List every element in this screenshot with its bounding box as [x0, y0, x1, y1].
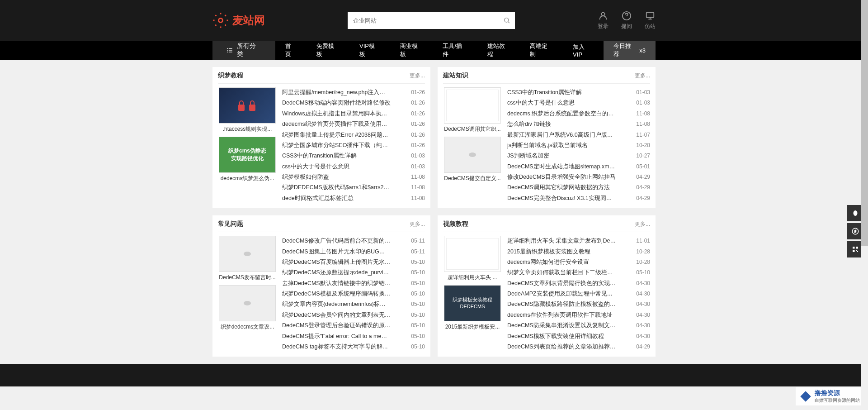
list-date: 11-07 — [636, 131, 650, 139]
nav-category[interactable]: 所有分类 — [212, 41, 275, 60]
list-title[interactable]: Windows虚拟主机指走目录禁用脚本执行权限方... — [282, 110, 391, 118]
list-title[interactable]: DedeCMS隐藏模板路径防止模板被盗的几个方法 — [507, 300, 616, 309]
nav-item[interactable]: 建站教程 — [477, 41, 520, 60]
list-date: 11-08 — [636, 120, 650, 129]
list-title[interactable]: 最新江湖家居门户系统V6.0高级门户版验证码错... — [507, 131, 616, 139]
list-date: 04-30 — [636, 332, 650, 341]
thumb-item[interactable]: 织梦dedecms文章设... — [218, 285, 277, 331]
list-title[interactable]: DedeCMS登录管理后台验证码错误的原因以及解... — [282, 321, 391, 330]
list-title[interactable]: dedecms在软件列表页调用软件下载地址 — [507, 311, 613, 319]
list-row: 怎么给div 加链接11-08 — [507, 119, 650, 129]
list-title[interactable]: 怎么给div 加链接 — [507, 120, 551, 129]
svg-line-2 — [508, 22, 509, 23]
list-date: 11-08 — [636, 110, 650, 118]
thumb-item[interactable]: DedeCMS调用其它织... — [443, 87, 502, 133]
question-button[interactable]: 提问 — [621, 11, 632, 30]
thumb-item[interactable]: .htaccess规则实现... — [218, 87, 277, 133]
list-title[interactable]: dedecms织梦首页分页插件下载及使用方法 — [282, 120, 391, 129]
svg-point-0 — [219, 19, 223, 23]
list-title[interactable]: DedeAMPZ安装使用及卸载过程中常见问题的解决... — [507, 290, 616, 298]
list-title[interactable]: DedeCMS定时生成站点地图sitemap.xml的教程 — [507, 162, 616, 171]
svg-rect-26 — [856, 250, 857, 251]
thumb-item[interactable]: 织梦cms伪静态 实现路径优化dedecms织梦怎么伪... — [218, 137, 277, 182]
search-button[interactable] — [498, 12, 515, 29]
list-title[interactable]: DedeCMS列表页给推荐的文章添加推荐特荐图标 — [507, 343, 616, 351]
thumb-caption: dedecms织梦怎么伪... — [219, 175, 276, 182]
nav-item[interactable]: 加入VIP — [563, 41, 604, 60]
nav-item[interactable]: 首页 — [275, 41, 307, 60]
list-row: dedecms在软件列表页调用软件下载地址04-30 — [507, 310, 650, 320]
list-title[interactable]: DedeCMS模板下载安装使用详细教程 — [507, 332, 604, 341]
list-date: 01-26 — [411, 131, 425, 139]
thumb-item[interactable]: DedeCMS提交自定义... — [443, 137, 502, 182]
list-title[interactable]: 织梦模板如何防盗 — [282, 173, 329, 181]
list-title[interactable]: 阿里云提醒/member/reg_new.php注入漏洞解决... — [282, 88, 391, 97]
list-title[interactable]: 织梦DedeCMS模板及系统程序编码转换的方法 — [282, 290, 391, 298]
list-title[interactable]: CSS3中的Transition属性详解 — [282, 152, 357, 160]
list-title[interactable]: 织梦文章内容页{dede:memberinfos}标签不调用... — [282, 300, 391, 309]
list-row: Windows虚拟主机指走目录禁用脚本执行权限方...01-26 — [282, 109, 425, 119]
more-link[interactable]: 更多... — [635, 72, 650, 80]
list-title[interactable]: DedeCMS tag标签不支持大写字母的解决办法 — [282, 343, 391, 351]
login-button[interactable]: 登录 — [598, 11, 609, 30]
svg-rect-10 — [229, 48, 232, 48]
panel-title: 织梦教程 — [218, 72, 243, 80]
nav-item[interactable]: 商业模板 — [390, 41, 433, 60]
list-title[interactable]: DedeCMS修改广告代码后前台不更新的解决方法 — [282, 237, 391, 245]
more-link[interactable]: 更多... — [410, 220, 425, 228]
svg-rect-16 — [249, 105, 255, 111]
thumb-item[interactable]: 织梦模板安装教程 DEDECMS2015最新织梦模板安... — [443, 285, 502, 331]
list-title[interactable]: DedeCMS调用其它织梦网站数据的方法 — [507, 183, 610, 192]
more-link[interactable]: 更多... — [635, 220, 650, 228]
search-input[interactable] — [348, 12, 498, 29]
list-title[interactable]: 织梦DedeCMS会员空间内的文章列表无法分页的... — [282, 311, 391, 319]
list-row: DedeAMPZ安装使用及卸载过程中常见问题的解决...04-30 — [507, 289, 650, 299]
list-title[interactable]: 织梦DedeCMS还原数据提示dede_purview错误的... — [282, 268, 391, 277]
list-title[interactable]: 修改DedeCMS目录增强安全防止网站挂马 — [507, 173, 616, 181]
list-title[interactable]: 织梦DedeCMS百度编辑器上传图片无水印的解决... — [282, 258, 391, 267]
scrollbar[interactable] — [861, 0, 868, 386]
list-title[interactable]: 2015最新织梦模板安装图文教程 — [507, 248, 590, 256]
list-date: 05-10 — [411, 258, 425, 267]
list-title[interactable]: DedeCMS文章列表背景隔行换色的实现方法 — [507, 279, 616, 288]
list-title[interactable]: CSS3中的Transition属性详解 — [507, 88, 582, 97]
list-date: 05-10 — [411, 290, 425, 298]
list-title[interactable]: 超详细利用火车头 采集文章并发布到DedeCMS — [507, 237, 616, 245]
nav-item[interactable]: 免费模板 — [307, 41, 349, 60]
thumb-item[interactable]: 超详细利用火车头 ... — [443, 236, 502, 281]
list-title[interactable]: css中的大于号是什么意思 — [282, 162, 349, 171]
list-title[interactable]: 织梦图集批量上传提示Error #2038问题解决方... — [282, 131, 391, 139]
logo-text: 麦站网 — [232, 13, 265, 28]
list-title[interactable]: DedeCMS提示"Fatal error: Call to a member.… — [282, 332, 391, 341]
list-title[interactable]: dede时间格式汇总标签汇总 — [282, 194, 354, 203]
nav-item[interactable]: 工具/插件 — [433, 41, 477, 60]
clone-button[interactable]: 仿站 — [645, 11, 656, 30]
list-title[interactable]: DedeCMS完美整合Discuz! X3.1实现同步登录 — [507, 194, 616, 203]
list-title[interactable]: dedecms,织梦后台系统配置参数空白的解决方 — [507, 110, 616, 118]
more-link[interactable]: 更多... — [410, 72, 425, 80]
thumb-item[interactable]: DedeCMS发布留言时... — [218, 236, 277, 281]
list-row: 织梦全国多城市分站SEO插件下载（纯静态）01-26 — [282, 140, 425, 151]
list-title[interactable]: DedeCMS防采集串混淆设置以及复制文章内容自... — [507, 321, 616, 330]
list-title[interactable]: 织梦DEDECMS版权代码$arrs1和$arrs2的含义 — [282, 183, 391, 192]
list-title[interactable]: DedeCMS图集上传图片无水印的BUG修正方法 — [282, 248, 391, 256]
list-row: CSS3中的Transition属性详解01-03 — [282, 151, 425, 161]
list-title[interactable]: DedeCMS移动端内容页附件绝对路径修改 — [282, 99, 391, 107]
list-title[interactable]: css中的大于号是什么意思 — [507, 99, 575, 107]
list-title[interactable]: dedecms网站如何进行安全设置 — [507, 258, 589, 267]
list-title[interactable]: 去掉DedeCMS默认友情链接中的织梦链的两个方... — [282, 279, 391, 288]
list-row: DedeCMS图集上传图片无水印的BUG修正方法05-11 — [282, 247, 425, 257]
list-title[interactable]: 织梦文章页如何获取当前栏目下二级栏目和三级... — [507, 268, 616, 277]
nav-item[interactable]: 高端定制 — [520, 41, 563, 60]
list-title[interactable]: js判断当前域名,js获取当前域名 — [507, 141, 588, 150]
panel: 建站知识更多...DedeCMS调用其它织...DedeCMS提交自定义...C… — [438, 67, 656, 208]
list-title[interactable]: 织梦全国多城市分站SEO插件下载（纯静态） — [282, 141, 391, 150]
logo[interactable]: 麦站网 — [212, 12, 265, 29]
nav-item[interactable]: VIP模板 — [349, 41, 390, 60]
list-date: 01-26 — [411, 141, 425, 150]
list-date: 05-10 — [411, 332, 425, 341]
search-icon — [503, 17, 510, 24]
list-row: dede时间格式汇总标签汇总11-08 — [282, 193, 425, 204]
list-title[interactable]: JS判断域名加密 — [507, 152, 549, 160]
nav-today[interactable]: 今日推荐 x3 — [604, 41, 656, 60]
